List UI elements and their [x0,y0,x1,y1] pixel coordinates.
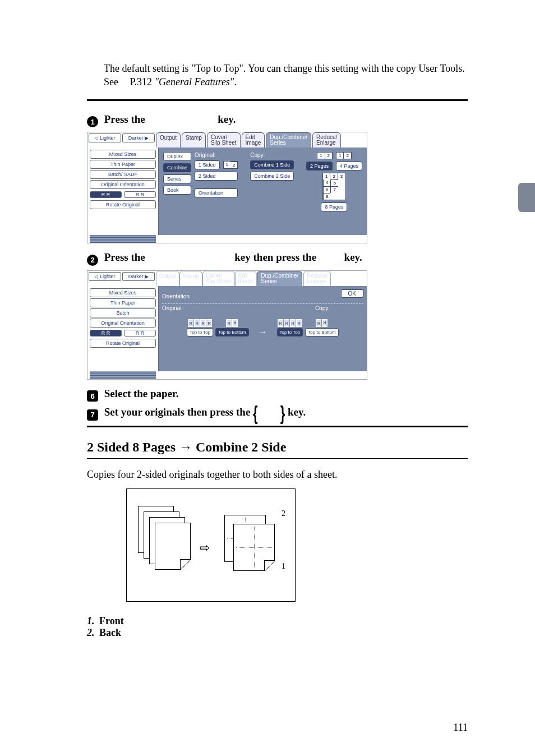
step-2-before: Press the [104,251,145,263]
step-1-marker: 1 [87,116,98,127]
step-2-after: key. [344,251,362,263]
section-divider-top [87,99,468,101]
legend-back: 2. Back [87,627,468,639]
original-label-2: Original: [162,305,183,311]
two-sided-button: 2 Sided [195,172,238,181]
duplex-button: Duplex [163,152,191,161]
tab-edit-2: EditImage [235,271,257,286]
series-button: Series [163,174,191,183]
mixed-sizes-button: Mixed Sizes [90,150,156,159]
lighter-button: ◁ Lighter [89,133,121,142]
tab-re-2: Reduce/Enlarge [303,271,331,286]
one-sided-icon: 12 [223,161,238,169]
intro-period: . [234,76,237,87]
orig-top-to-top-icon: RRRR [188,319,212,327]
landscape-icon-2: R R [124,330,156,336]
eight-pages-button: 8 Pages [321,202,347,211]
original-label: Original: [195,152,238,158]
tab-edit-image: EditImage [242,132,265,147]
batch-2: Batch [90,308,156,317]
step-1-after: key. [218,113,236,125]
combine-button: Combine [163,163,191,172]
main-panel-1: Duplex Combine Series Book Original: 1 S… [158,147,367,235]
screenshot-2: ◁ Lighter Darker ▶ Output Stamp Cover/Sl… [87,270,367,380]
legend-front: 1. Front [87,615,468,627]
copy-top-to-bottom: Top to Bottom [305,328,338,336]
copy-label: Copy: [250,152,294,158]
tab-cover-slip: Cover/Slip Sheet [207,132,241,147]
orig-top-to-top: Top to Top [187,328,213,336]
default-setting-note: The default setting is "Top to Top". You… [104,62,468,89]
section-description: Copies four 2-sided originals together t… [87,469,468,481]
rotate-2: Rotate Original [90,339,156,348]
step-2: 2 Press the key then press the key. [87,251,468,266]
step-1: 1 Press the key. [87,113,468,128]
section-divider-bottom [87,426,468,427]
page-indicator [90,235,156,243]
copy-label-2: Copy: [315,305,330,311]
two-pages-button: 2 Pages [306,162,333,170]
thin-paper-button: Thin Paper [90,160,156,169]
tab-cover-2: Cover/Slip Sheet [202,271,235,286]
thin-paper-2: Thin Paper [90,298,156,307]
ref-title: "General Features" [155,76,234,87]
tab-dcs-2: Dup./Combine/Series [257,271,302,286]
batch-sadf-button: Batch/ SADF [90,170,156,179]
orientation-heading: Orientation [162,293,190,299]
step-2-mid: key then press the [234,251,316,263]
tab-output-2: Output [156,271,179,286]
orientation-button: Orientation [195,188,238,197]
two-pages-icon: 12 [317,152,333,159]
step-1-before: Press the [104,113,145,125]
section-title: 2 Sided 8 Pages → Combine 2 Side [87,440,468,455]
tab-dup-combine-series: Dup./Combine/Series [266,132,311,147]
arrow-icon: → [259,328,267,336]
original-sheet-front [155,523,191,570]
eight-pages-icon: 12345678 [322,173,346,200]
step-7-before: Set your originals then press the [104,406,251,418]
orig-top-to-bottom: Top to Bottom [215,328,248,336]
tabs-row: Output Stamp Cover/Slip Sheet EditImage … [156,132,367,147]
side-tab-marker [518,183,535,212]
step-6-text: Select the paper. [104,388,179,399]
copy-top-to-bottom-icon: RR [316,319,328,327]
lighter-button-2: ◁ Lighter [89,272,121,281]
screenshot-1: ◁ Lighter Darker ▶ Output Stamp Cover/Sl… [87,132,367,243]
step-7: 7 Set your originals then press the {} k… [87,406,468,421]
step-7-marker: 7 [87,409,98,421]
portrait-icon: R R [90,191,122,198]
main-panel-2: Orientation OK Original: Copy: RRRR Top … [158,286,367,371]
step-7-after: key. [288,406,306,418]
landscape-icon: R R [124,191,156,198]
diagram-arrow-icon: ⇨ [200,541,210,555]
combine-diagram: ⇨ 1 2 [126,488,296,602]
tab-stamp: Stamp [182,132,206,147]
one-sided-button: 1 Sided [195,160,220,169]
ok-button: OK [341,289,363,298]
orig-top-to-bottom-icon: RR [226,319,238,327]
tab-stamp-2: Stamp [179,271,202,286]
result-front [233,524,275,571]
page-indicator-2 [90,371,156,379]
step-2-marker: 2 [87,255,98,266]
mixed-sizes-2: Mixed Sizes [90,288,156,297]
tab-reduce-enlarge: Reduce/Enlarge [312,132,341,147]
step-6-marker: 6 [87,390,98,402]
book-button: Book [163,186,191,195]
copy-top-to-top: Top to Top [277,328,303,336]
four-pages-button: 4 Pages [336,162,362,170]
tab-output: Output [156,132,181,147]
step-6: 6 Select the paper. [87,388,468,402]
darker-button-2: Darker ▶ [122,272,155,281]
copy-top-to-top-icon: RRRR [278,319,302,327]
combine-2-side-button: Combine 2 Side [250,172,294,181]
ref-page: P.312 [130,76,153,87]
page-number: 111 [453,722,468,734]
original-orientation-button: Original Orientation [90,180,156,189]
orient-2: Original Orientation [90,319,156,328]
darker-button: Darker ▶ [122,133,155,142]
section-underline [87,458,468,459]
rotate-original-button: Rotate Original [90,200,156,209]
combine-1-side-button: Combine 1 Side [250,160,294,169]
portrait-icon-2: R R [90,330,122,336]
